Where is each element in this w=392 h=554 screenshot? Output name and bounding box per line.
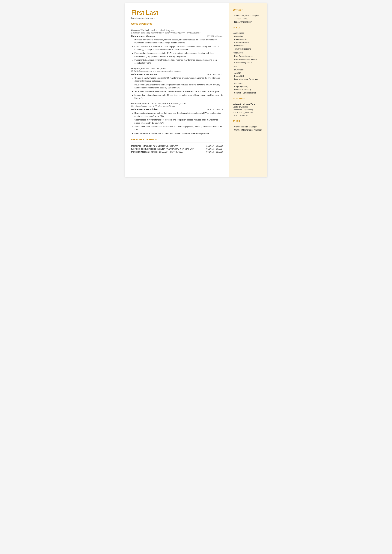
- tools-category-label: Tools:: [233, 65, 264, 68]
- skill-technique-3: Contract Negotiation: [233, 61, 264, 64]
- bullet-3-4: Fixed 12 electrical motors and 18 pneuma…: [134, 132, 224, 135]
- prev-exp-3-bold: Industrial Mechanic (Internship),: [131, 151, 163, 153]
- skill-technique-1: Root Cause Analysis: [233, 55, 264, 58]
- edu-location-1: New York City, New York: [233, 111, 264, 114]
- language-2: Romanian (Native): [233, 88, 264, 91]
- language-1: English (Native): [233, 85, 264, 88]
- job-dates-3: 10/2018 – 09/2019: [206, 108, 223, 111]
- bullet-2-2: Developed a preventative maintenance pro…: [134, 83, 224, 90]
- contact-phone: +44 123456789: [233, 17, 264, 20]
- skill-maintenance-1: Corrective: [233, 35, 264, 38]
- maintenance-category-label: Maintenance:: [233, 32, 264, 34]
- employer-tagline-3: Manufacturing company in 25 cities acros…: [131, 105, 224, 107]
- work-experience-heading: WORK EXPERIENCE: [131, 23, 224, 25]
- job-row-3: Maintenance Technician 10/2018 – 09/2019: [131, 108, 224, 111]
- prev-experience-divider: [131, 142, 224, 142]
- bullet-3-2: Spearheaded a system for project request…: [134, 119, 224, 125]
- prev-experience-heading: PREVIOUS EXPERIENCE: [131, 139, 224, 141]
- job-role-1: Maintenance Manager: [131, 35, 155, 37]
- edu-field-1: Mechanical Engineering: [233, 108, 264, 111]
- prev-exp-1: Maintenance Planner, ABC Company, London…: [131, 145, 224, 147]
- candidate-name: First Last: [131, 9, 224, 16]
- other-section: OTHER Certified Facility Manager. Certif…: [233, 120, 264, 132]
- skill-maintenance-2: Predetermined: [233, 38, 264, 41]
- job-block-3: Growthsi, London, United Kingdom & Barce…: [131, 102, 224, 135]
- job-dates-2: 10/2019 – 07/2021: [206, 73, 223, 76]
- prev-exp-3: Industrial Mechanic (Internship), ABC, N…: [131, 151, 224, 153]
- contact-heading: CONTACT: [233, 9, 264, 11]
- employer-name-2: Polyhire, London, United Kingdom: [131, 67, 224, 70]
- education-divider: [233, 101, 264, 101]
- job-dates-1: 08/2021 – Present: [207, 35, 223, 37]
- skills-heading: SKILLS: [233, 27, 264, 29]
- bullet-3-3: Scheduled routine maintenance on electri…: [134, 125, 224, 131]
- other-item-1: Certified Facility Manager.: [233, 125, 264, 128]
- techniques-category-label: Techniques:: [233, 52, 264, 54]
- job-role-2: Maintenance Supervisor: [131, 73, 158, 76]
- skill-maintenance-4: Preventive: [233, 44, 264, 47]
- edu-degree-1: Master of Science: [233, 105, 264, 108]
- other-divider: [233, 123, 264, 123]
- employer-name-3: Growthsi, London, United Kingdom & Barce…: [131, 102, 224, 105]
- bullet-1-1: Provided comfortable residences, learnin…: [134, 38, 224, 44]
- prev-exp-2-dates: 01/2016 – 10/2017: [206, 148, 223, 150]
- job-bullets-3: Developed an innovative method that enha…: [131, 112, 224, 135]
- prev-exp-3-dates: 07/2014 – 12/2015: [206, 151, 223, 153]
- prev-exp-2-bold: Electrical and Electronics Installer,: [131, 148, 165, 150]
- other-heading: OTHER: [233, 120, 264, 122]
- skill-tool-3: Power Drill: [233, 75, 264, 78]
- contact-address: Sunderland, United Kingdom: [233, 14, 264, 17]
- employer-bold-2: Polyhire,: [131, 67, 141, 70]
- skill-tool-4: Dust Masks and Respirator: [233, 78, 264, 81]
- employer-tagline-2: NYSE-listed recruitment and employer bra…: [131, 70, 224, 72]
- skill-maintenance-3: Condition-based: [233, 41, 264, 44]
- job-block-2: Polyhire, London, United Kingdom NYSE-li…: [131, 67, 224, 100]
- bullet-2-1: Created a safety training program for 19…: [134, 77, 224, 83]
- job-block-1: Resume Worded, London, United Kingdom Ed…: [131, 29, 224, 65]
- main-column: First Last Maintenance Manager WORK EXPE…: [125, 3, 229, 177]
- edu-school-1: University of New York: [233, 103, 264, 105]
- sidebar: CONTACT Sunderland, United Kingdom +44 1…: [229, 3, 267, 177]
- bullet-1-3: Processed maintenance requests for 21.6K…: [134, 52, 224, 58]
- contact-section: CONTACT Sunderland, United Kingdom +44 1…: [233, 9, 264, 23]
- contact-email: first.last@gmail.com: [233, 20, 264, 23]
- edu-block-1: University of New York Master of Science…: [233, 103, 264, 117]
- bullet-1-2: Collaborated with 1K vendors to update e…: [134, 45, 224, 51]
- skills-section: SKILLS Maintenance: Corrective Predeterm…: [233, 27, 264, 94]
- education-heading: EDUCATION: [233, 98, 264, 100]
- job-row-2: Maintenance Supervisor 10/2019 – 07/2021: [131, 73, 224, 76]
- prev-exp-1-bold: Maintenance Planner,: [131, 145, 152, 147]
- prev-exp-1-left: Maintenance Planner, ABC Company, London…: [131, 145, 206, 147]
- skill-technique-2: Maintenance Engineering: [233, 58, 264, 61]
- bullet-2-4: Managed an onboarding program for 28 mai…: [134, 94, 224, 100]
- employer-bold-1: Resume Worded,: [131, 29, 149, 32]
- prev-exp-3-left: Industrial Mechanic (Internship), ABC, N…: [131, 151, 206, 153]
- edu-dates-1: 10/2011 - 06/2014: [233, 114, 264, 117]
- skill-tool-2: Aerator: [233, 71, 264, 75]
- candidate-title: Maintenance Manager: [131, 17, 224, 19]
- employer-rest-2: London, United Kingdom: [141, 67, 166, 70]
- prev-exp-3-rest: ABC, New York, USA: [163, 151, 183, 153]
- employer-bold-3: Growthsi,: [131, 102, 142, 105]
- job-role-3: Maintenance Technician: [131, 108, 158, 111]
- employer-name-1: Resume Worded, London, United Kingdom: [131, 29, 224, 32]
- job-bullets-1: Provided comfortable residences, learnin…: [131, 38, 224, 65]
- resume-container: First Last Maintenance Manager WORK EXPE…: [125, 3, 267, 177]
- prev-exp-2-left: Electrical and Electronics Installer, XY…: [131, 148, 206, 150]
- languages-category-label: Languages:: [233, 82, 264, 84]
- employer-rest-1: London, United Kingdom: [149, 29, 174, 32]
- skill-maintenance-5: Towards Predictive: [233, 47, 264, 50]
- prev-exp-2-rest: XYZ Company, New York, USA: [165, 148, 194, 150]
- job-row-1: Maintenance Manager 08/2021 – Present: [131, 35, 224, 37]
- prev-exp-1-rest: ABC Company, London, UK: [152, 145, 178, 147]
- bullet-3-1: Developed an innovative method that enha…: [134, 112, 224, 118]
- skill-tool-1: Multimeter: [233, 68, 264, 71]
- prev-exp-2: Electrical and Electronics Installer, XY…: [131, 148, 224, 150]
- bullet-1-4: Implemented a unique system that tracked…: [134, 59, 224, 65]
- education-section: EDUCATION University of New York Master …: [233, 98, 264, 117]
- other-item-2: Certified Maintenance Manager.: [233, 128, 264, 132]
- bullet-2-3: Supervised the maintenance jobs of 130 m…: [134, 90, 224, 93]
- language-3: Spanish (Conversational): [233, 91, 264, 94]
- prev-exp-1-dates: 11/2017 – 09/2018: [206, 145, 223, 147]
- employer-tagline-1: Education technology startup with 50+ em…: [131, 32, 224, 34]
